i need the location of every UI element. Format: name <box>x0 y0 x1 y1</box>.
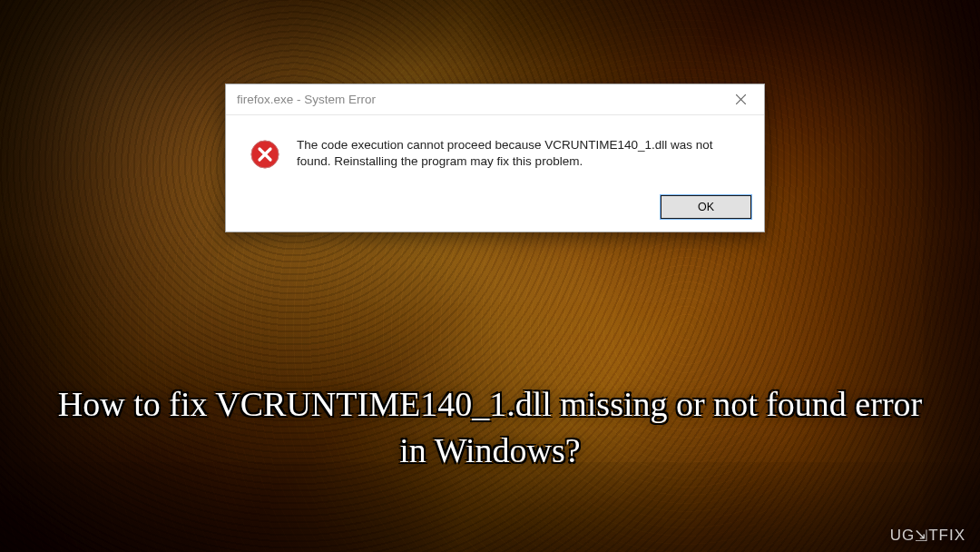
article-caption: How to fix VCRUNTIME140_1.dll missing or… <box>0 381 980 475</box>
watermark-logo: UG⇲TFIX <box>890 526 965 545</box>
close-icon <box>736 94 746 104</box>
dialog-body: The code execution cannot proceed becaus… <box>226 115 764 186</box>
close-button[interactable] <box>720 86 760 113</box>
dialog-titlebar: firefox.exe - System Error <box>226 84 764 115</box>
dialog-title: firefox.exe - System Error <box>237 93 376 106</box>
system-error-dialog: firefox.exe - System Error The code exec… <box>225 84 765 232</box>
dialog-footer: OK <box>226 186 764 232</box>
watermark-text: UG⇲TFIX <box>890 527 965 544</box>
error-icon <box>250 139 280 170</box>
ok-button[interactable]: OK <box>661 195 751 219</box>
dialog-message: The code execution cannot proceed becaus… <box>297 137 714 170</box>
ok-button-label: OK <box>698 201 714 213</box>
